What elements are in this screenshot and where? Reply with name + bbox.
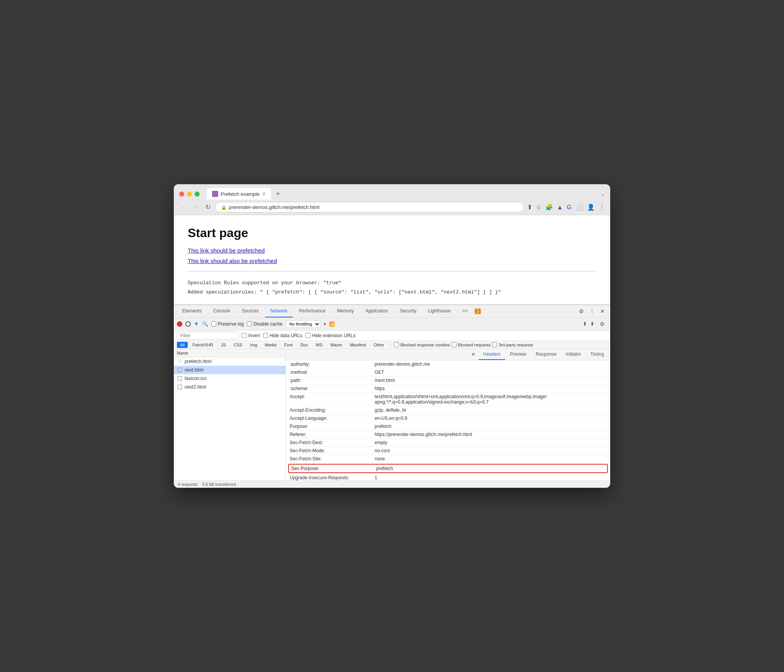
account-icon[interactable]: 👤 [587, 204, 595, 211]
network-settings-icon[interactable]: ⚙ [597, 319, 607, 329]
network-row-favicon[interactable]: favicon.ico [174, 374, 285, 383]
devtools-panel: Elements Console Sources Network Perform… [174, 304, 610, 488]
tab-security[interactable]: Security [394, 305, 422, 317]
export-icon[interactable]: ⬇ [590, 321, 594, 327]
filter-bar: Invert Hide data URLs Hide extension URL… [174, 331, 610, 341]
detail-tab-response[interactable]: Response [531, 349, 561, 360]
link-prefetch-2[interactable]: This link should also be prefetched [188, 258, 596, 264]
blocked-requests-checkbox[interactable] [451, 342, 456, 347]
hide-ext-urls-checkbox[interactable] [305, 333, 311, 338]
devtools-settings-icon[interactable]: ⚙ [577, 307, 586, 316]
type-all[interactable]: All [177, 342, 188, 348]
invert-checkbox[interactable] [242, 333, 247, 338]
devtools-close-icon[interactable]: ✕ [598, 307, 607, 316]
type-manifest[interactable]: Manifest [347, 342, 369, 348]
detail-tab-timing[interactable]: Timing [585, 349, 609, 360]
tab-network[interactable]: Network [265, 305, 293, 317]
stop-button[interactable] [185, 321, 191, 327]
detail-tab-initiator[interactable]: Initiator [561, 349, 585, 360]
tab-elements[interactable]: Elements [177, 305, 207, 317]
disable-cache-checkbox[interactable] [247, 321, 252, 326]
tab-lighthouse[interactable]: Lighthouse [423, 305, 456, 317]
tab-favicon-icon [212, 191, 218, 197]
import-icon[interactable]: ⬆ [583, 321, 587, 327]
type-wasm[interactable]: Wasm [327, 342, 345, 348]
network-row-next[interactable]: next.html [174, 366, 285, 374]
record-button[interactable] [177, 321, 182, 327]
sidebar-icon[interactable]: ⬜ [575, 204, 583, 211]
forward-button[interactable]: → [192, 203, 201, 212]
header-row-sec-fetch-mode: Sec-Fetch-Mode: no-cors [286, 447, 610, 455]
tab-console[interactable]: Console [208, 305, 236, 317]
detail-tab-headers[interactable]: Headers [479, 349, 505, 360]
active-tab[interactable]: Prefetch example ✕ [207, 188, 271, 200]
tab-performance[interactable]: Performance [294, 305, 331, 317]
tab-more[interactable]: >> [457, 305, 473, 317]
type-media[interactable]: Media [262, 342, 280, 348]
title-bar: Prefetch example ✕ + ⌄ [174, 184, 610, 200]
network-row-prefetch[interactable]: 📄 prefetch.html [174, 357, 285, 366]
network-list-header: Name [174, 349, 285, 357]
minimize-button[interactable] [187, 192, 192, 197]
blocked-response-checkbox[interactable] [394, 342, 399, 347]
page-icon [177, 367, 182, 373]
blocked-requests-label: Blocked requests [451, 342, 490, 347]
share-icon[interactable]: ⬆ [527, 204, 532, 211]
network-row-next2[interactable]: next2.html [174, 383, 285, 391]
header-row-sec-purpose: Sec-Purpose: prefetch [288, 464, 608, 473]
tab-bar: Prefetch example ✕ + [207, 188, 597, 200]
type-img[interactable]: Img [247, 342, 260, 348]
close-button[interactable] [179, 192, 184, 197]
tab-application[interactable]: Application [360, 305, 394, 317]
preserve-log-checkbox[interactable] [211, 321, 216, 326]
type-doc[interactable]: Doc [297, 342, 311, 348]
toolbar-icons: ⬆ ☆ 🧩 ▲ G ⬜ 👤 ⋮ [527, 204, 605, 211]
address-input[interactable]: 🔒 prerender-demos.glitch.me/prefetch.htm… [215, 202, 524, 212]
filter-icon[interactable]: ▼ [194, 321, 199, 327]
page-title: Start page [188, 226, 596, 240]
filter-input[interactable] [177, 332, 239, 339]
tab-close-icon[interactable]: ✕ [262, 191, 266, 197]
hide-data-urls-checkbox[interactable] [263, 333, 268, 338]
devtools-more-icon[interactable]: ⋮ [587, 307, 597, 316]
throttle-dropdown-icon[interactable]: ▾ [324, 321, 326, 327]
type-bar: All Fetch/XHR JS CSS Img Media Font Doc … [174, 341, 610, 349]
blocked-response-label: Blocked response cookies [394, 342, 450, 347]
tab-chevron-icon[interactable]: ⌄ [601, 191, 605, 197]
back-button[interactable]: ← [179, 203, 188, 212]
type-js[interactable]: JS [218, 342, 229, 348]
page-content: Start page This link should be prefetche… [174, 215, 610, 304]
maximize-button[interactable] [195, 192, 200, 197]
header-row-sec-fetch-site: Sec-Fetch-Site: none [286, 455, 610, 463]
google-icon[interactable]: G [567, 204, 572, 211]
third-party-label: 3rd-party requests [492, 342, 533, 347]
details-close-icon[interactable]: ✕ [468, 350, 479, 359]
type-fetch-xhr[interactable]: Fetch/XHR [189, 342, 216, 348]
header-row-method: :method: GET [286, 368, 610, 377]
bookmark-icon[interactable]: ☆ [536, 204, 541, 211]
type-font[interactable]: Font [281, 342, 296, 348]
lock-icon: 🔒 [221, 205, 227, 210]
reload-button[interactable]: ↻ [204, 203, 212, 212]
header-row-sec-fetch-dest: Sec-Fetch-Dest: empty [286, 439, 610, 447]
network-row-name: next.html [185, 367, 204, 373]
third-party-checkbox[interactable] [492, 342, 497, 347]
type-css[interactable]: CSS [231, 342, 246, 348]
devtools-main: Name 📄 prefetch.html next.html favi [174, 349, 610, 480]
new-tab-button[interactable]: + [273, 188, 283, 200]
throttle-select[interactable]: No throttling Slow 3G Fast 3G [286, 320, 321, 328]
header-row-scheme: :scheme: https [286, 385, 610, 393]
tab-memory[interactable]: Memory [332, 305, 359, 317]
menu-icon[interactable]: ⋮ [599, 204, 605, 211]
tab-sources[interactable]: Sources [236, 305, 264, 317]
header-row-accept-language: Accept-Language: en-US,en;q=0.9 [286, 414, 610, 423]
link-prefetch-1[interactable]: This link should be prefetched [188, 247, 596, 254]
type-ws[interactable]: WS [312, 342, 326, 348]
type-other[interactable]: Other [370, 342, 387, 348]
profile-icon[interactable]: ▲ [557, 204, 563, 211]
hide-ext-urls-label: Hide extension URLs [305, 333, 356, 338]
detail-tab-preview[interactable]: Preview [505, 349, 531, 360]
extensions-icon[interactable]: 🧩 [545, 204, 553, 211]
speculation-text-1: Speculation Rules supported on your brow… [188, 278, 596, 287]
search-icon[interactable]: 🔍 [202, 321, 208, 327]
